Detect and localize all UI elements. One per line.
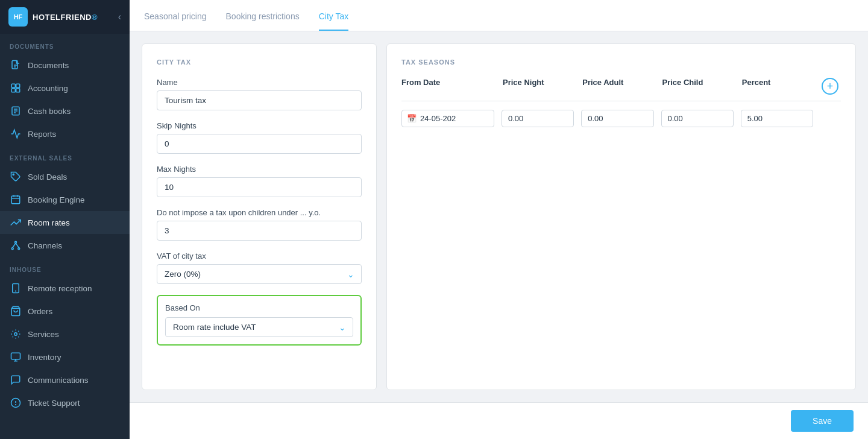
sidebar-item-channels-label: Channels xyxy=(28,241,62,250)
cell-price-night xyxy=(498,110,577,127)
section-external-sales: EXTERNAL SALES xyxy=(0,145,130,165)
svg-rect-4 xyxy=(16,84,20,87)
col-from-date: From Date xyxy=(401,78,498,95)
vat-select[interactable]: Zero (0%) Standard (20%) Reduced (10%) xyxy=(157,264,362,284)
svg-point-16 xyxy=(15,241,17,243)
svg-line-19 xyxy=(13,243,16,248)
sidebar-item-services[interactable]: Services xyxy=(0,323,130,346)
col-add: + xyxy=(817,78,841,95)
svg-point-24 xyxy=(14,333,17,336)
tab-booking-restrictions[interactable]: Booking restrictions xyxy=(226,11,300,31)
date-input-wrap[interactable]: 📅 24-05-202 xyxy=(401,110,494,127)
max-nights-input[interactable] xyxy=(157,177,362,197)
sidebar-item-remote-reception[interactable]: Remote reception xyxy=(0,277,130,300)
sidebar-item-inventory-label: Inventory xyxy=(28,353,61,362)
tab-seasonal-pricing[interactable]: Seasonal pricing xyxy=(144,11,207,31)
sidebar-item-cash-books[interactable]: Cash books xyxy=(0,99,130,122)
sidebar-item-services-label: Services xyxy=(28,330,59,339)
communications-icon xyxy=(10,374,22,386)
sidebar: HF HOTELFRIEND® ‹ DOCUMENTS Documents Ac… xyxy=(0,0,130,439)
sidebar-item-ticket-support[interactable]: Ticket Support xyxy=(0,391,130,414)
svg-rect-25 xyxy=(11,353,20,359)
children-field-group: Do not impose a tax upon children under … xyxy=(157,208,362,241)
sidebar-item-orders-label: Orders xyxy=(28,307,52,316)
sidebar-item-communications[interactable]: Communications xyxy=(0,368,130,391)
sidebar-item-booking-engine[interactable]: Booking Engine xyxy=(0,188,130,211)
sidebar-item-documents-label: Documents xyxy=(28,61,69,70)
sidebar-item-accounting-label: Accounting xyxy=(28,84,68,93)
percent-input[interactable] xyxy=(741,110,813,127)
sidebar-item-ticket-support-label: Ticket Support xyxy=(28,399,80,408)
name-input[interactable] xyxy=(157,90,362,110)
price-child-input[interactable] xyxy=(661,110,734,127)
max-nights-field-group: Max Nights xyxy=(157,165,362,197)
svg-rect-5 xyxy=(11,89,15,92)
price-night-input[interactable] xyxy=(502,110,574,127)
col-price-night: Price Night xyxy=(498,78,577,95)
bottom-bar: Save xyxy=(130,402,868,439)
tab-city-tax[interactable]: City Tax xyxy=(319,11,349,31)
vat-select-wrap: Zero (0%) Standard (20%) Reduced (10%) ⌄ xyxy=(157,264,362,284)
booking-icon xyxy=(10,194,22,206)
remote-icon xyxy=(10,282,22,294)
accounting-icon xyxy=(10,82,22,94)
based-on-label: Based On xyxy=(165,303,353,312)
sidebar-item-room-rates[interactable]: Room rates xyxy=(0,211,130,234)
sidebar-item-remote-reception-label: Remote reception xyxy=(28,284,92,293)
sidebar-item-channels[interactable]: Channels xyxy=(0,234,130,257)
sidebar-item-inventory[interactable]: Inventory xyxy=(0,346,130,368)
calendar-icon: 📅 xyxy=(407,114,417,123)
sidebar-item-sold-deals-label: Sold Deals xyxy=(28,172,67,182)
max-nights-label: Max Nights xyxy=(157,165,362,174)
cashbooks-icon xyxy=(10,105,22,117)
section-documents: DOCUMENTS xyxy=(0,34,130,54)
based-on-select-wrap: Room rate include VAT Room rate exclude … xyxy=(165,317,353,337)
cell-price-adult xyxy=(577,110,657,127)
deals-icon xyxy=(10,171,22,183)
based-on-select[interactable]: Room rate include VAT Room rate exclude … xyxy=(165,317,353,337)
sidebar-item-sold-deals[interactable]: Sold Deals xyxy=(0,165,130,188)
main: Seasonal pricing Booking restrictions Ci… xyxy=(130,0,868,439)
col-price-child: Price Child xyxy=(658,78,737,95)
sidebar-item-communications-label: Communications xyxy=(28,376,89,385)
name-label: Name xyxy=(157,78,362,87)
svg-rect-12 xyxy=(11,196,20,204)
cards-row: CITY TAX Name Skip Nights Max Nights Do … xyxy=(142,43,856,390)
add-season-button[interactable]: + xyxy=(822,78,838,95)
logo-box: HF xyxy=(8,7,28,27)
svg-point-17 xyxy=(11,248,13,250)
name-field-group: Name xyxy=(157,78,362,110)
city-tax-section-label: CITY TAX xyxy=(157,58,362,66)
sidebar-item-booking-engine-label: Booking Engine xyxy=(28,195,85,204)
sidebar-item-reports[interactable]: Reports xyxy=(0,122,130,145)
col-percent: Percent xyxy=(737,78,817,95)
sidebar-header: HF HOTELFRIEND® ‹ xyxy=(0,0,130,34)
content-area: CITY TAX Name Skip Nights Max Nights Do … xyxy=(130,31,868,402)
document-icon xyxy=(10,59,22,71)
sidebar-item-accounting[interactable]: Accounting xyxy=(0,77,130,99)
tax-seasons-section-label: TAX SEASONS xyxy=(401,58,841,66)
svg-rect-3 xyxy=(11,84,15,87)
cell-percent xyxy=(737,110,817,127)
children-input[interactable] xyxy=(157,221,362,241)
table-row: 📅 24-05-202 xyxy=(401,110,841,127)
channels-icon xyxy=(10,239,22,251)
top-tabs: Seasonal pricing Booking restrictions Ci… xyxy=(130,0,868,31)
svg-point-11 xyxy=(13,174,14,175)
date-value: 24-05-202 xyxy=(420,114,456,123)
sidebar-item-reports-label: Reports xyxy=(28,130,56,139)
section-inhouse: INHOUSE xyxy=(0,257,130,277)
price-adult-input[interactable] xyxy=(581,110,653,127)
sidebar-item-orders[interactable]: Orders xyxy=(0,300,130,323)
skip-nights-input[interactable] xyxy=(157,134,362,154)
vat-field-group: VAT of city tax Zero (0%) Standard (20%)… xyxy=(157,251,362,284)
back-icon[interactable]: ‹ xyxy=(118,11,121,22)
col-price-adult: Price Adult xyxy=(577,78,657,95)
sidebar-item-documents[interactable]: Documents xyxy=(0,54,130,77)
tax-seasons-card: TAX SEASONS From Date Price Night Price … xyxy=(386,43,856,390)
logo-area: HF HOTELFRIEND® xyxy=(8,7,98,27)
roomrates-icon xyxy=(10,216,22,229)
inventory-icon xyxy=(10,351,22,363)
svg-line-20 xyxy=(16,243,19,248)
save-button[interactable]: Save xyxy=(791,410,854,432)
